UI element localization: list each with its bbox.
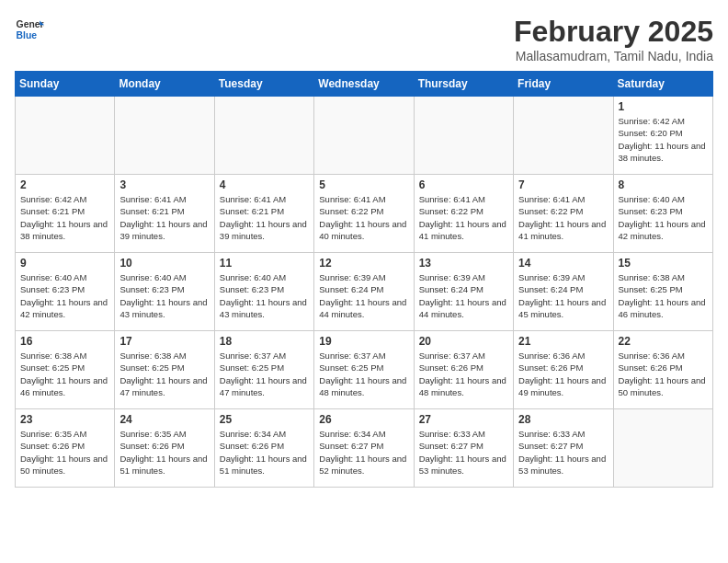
day-number: 3 [119,178,209,191]
calendar-cell: 8Sunrise: 6:40 AM Sunset: 6:23 PM Daylig… [613,175,712,253]
day-info: Sunrise: 6:35 AM Sunset: 6:26 PM Dayligh… [20,428,109,477]
day-info: Sunrise: 6:34 AM Sunset: 6:26 PM Dayligh… [220,428,309,477]
day-number: 17 [119,335,209,348]
calendar-cell: 18Sunrise: 6:37 AM Sunset: 6:25 PM Dayli… [214,331,313,409]
calendar-cell: 27Sunrise: 6:33 AM Sunset: 6:27 PM Dayli… [414,409,513,488]
calendar-cell: 3Sunrise: 6:41 AM Sunset: 6:21 PM Daylig… [115,175,214,253]
svg-text:Blue: Blue [17,30,38,40]
calendar-week-row: 2Sunrise: 6:42 AM Sunset: 6:21 PM Daylig… [16,175,713,253]
calendar-cell: 21Sunrise: 6:36 AM Sunset: 6:26 PM Dayli… [514,331,613,409]
day-info: Sunrise: 6:39 AM Sunset: 6:24 PM Dayligh… [419,271,508,320]
calendar-cell: 10Sunrise: 6:40 AM Sunset: 6:23 PM Dayli… [115,253,214,331]
calendar-cell: 12Sunrise: 6:39 AM Sunset: 6:24 PM Dayli… [314,253,414,331]
day-number: 26 [319,413,408,426]
day-number: 28 [518,413,608,426]
day-number: 1 [619,100,708,113]
day-number: 20 [419,335,508,348]
day-number: 8 [619,178,708,191]
calendar-cell: 5Sunrise: 6:41 AM Sunset: 6:22 PM Daylig… [314,175,414,253]
day-info: Sunrise: 6:42 AM Sunset: 6:20 PM Dayligh… [619,115,708,164]
day-info: Sunrise: 6:41 AM Sunset: 6:21 PM Dayligh… [119,193,209,242]
day-info: Sunrise: 6:38 AM Sunset: 6:25 PM Dayligh… [20,350,109,398]
calendar-cell [613,409,712,488]
calendar-cell: 28Sunrise: 6:33 AM Sunset: 6:27 PM Dayli… [514,409,613,488]
calendar-cell [314,97,414,175]
calendar-cell: 2Sunrise: 6:42 AM Sunset: 6:21 PM Daylig… [16,175,115,253]
calendar-cell: 22Sunrise: 6:36 AM Sunset: 6:26 PM Dayli… [613,331,712,409]
day-info: Sunrise: 6:40 AM Sunset: 6:23 PM Dayligh… [119,271,209,320]
calendar-cell: 1Sunrise: 6:42 AM Sunset: 6:20 PM Daylig… [613,97,712,175]
calendar-cell [414,97,513,175]
weekday-header: Sunday [16,72,115,97]
day-number: 7 [518,178,608,191]
weekday-header: Thursday [414,72,513,97]
day-number: 12 [319,257,408,270]
location-subtitle: Mallasamudram, Tamil Nadu, India [514,49,713,63]
day-info: Sunrise: 6:36 AM Sunset: 6:26 PM Dayligh… [518,350,608,398]
weekday-header: Tuesday [214,72,313,97]
day-number: 13 [419,257,508,270]
calendar-cell: 20Sunrise: 6:37 AM Sunset: 6:26 PM Dayli… [414,331,513,409]
day-info: Sunrise: 6:39 AM Sunset: 6:24 PM Dayligh… [518,271,608,320]
day-number: 25 [220,413,309,426]
day-number: 2 [20,178,109,191]
calendar-cell: 7Sunrise: 6:41 AM Sunset: 6:22 PM Daylig… [514,175,613,253]
logo-icon: General Blue [15,15,44,44]
calendar-cell: 4Sunrise: 6:41 AM Sunset: 6:21 PM Daylig… [214,175,313,253]
calendar-cell [514,97,613,175]
page-header: General Blue February 2025 Mallasamudram… [15,15,713,63]
day-info: Sunrise: 6:42 AM Sunset: 6:21 PM Dayligh… [20,193,109,242]
day-number: 11 [220,257,309,270]
day-number: 19 [319,335,408,348]
logo: General Blue [15,15,44,44]
day-info: Sunrise: 6:41 AM Sunset: 6:22 PM Dayligh… [419,193,508,242]
weekday-header: Friday [514,72,613,97]
weekday-header: Wednesday [314,72,414,97]
day-info: Sunrise: 6:34 AM Sunset: 6:27 PM Dayligh… [319,428,408,477]
title-block: February 2025 Mallasamudram, Tamil Nadu,… [514,15,713,63]
day-number: 9 [20,257,109,270]
calendar-cell [115,97,214,175]
day-info: Sunrise: 6:40 AM Sunset: 6:23 PM Dayligh… [220,271,309,320]
calendar-week-row: 23Sunrise: 6:35 AM Sunset: 6:26 PM Dayli… [16,409,713,488]
calendar-cell [16,97,115,175]
day-info: Sunrise: 6:33 AM Sunset: 6:27 PM Dayligh… [518,428,608,477]
day-number: 18 [220,335,309,348]
day-number: 24 [119,413,209,426]
calendar-cell: 24Sunrise: 6:35 AM Sunset: 6:26 PM Dayli… [115,409,214,488]
day-number: 22 [619,335,708,348]
day-info: Sunrise: 6:37 AM Sunset: 6:25 PM Dayligh… [319,350,408,398]
day-number: 27 [419,413,508,426]
weekday-header: Saturday [613,72,712,97]
day-info: Sunrise: 6:41 AM Sunset: 6:22 PM Dayligh… [319,193,408,242]
weekday-header: Monday [115,72,214,97]
day-info: Sunrise: 6:40 AM Sunset: 6:23 PM Dayligh… [619,193,708,242]
day-number: 5 [319,178,408,191]
calendar-cell: 26Sunrise: 6:34 AM Sunset: 6:27 PM Dayli… [314,409,414,488]
calendar-cell: 9Sunrise: 6:40 AM Sunset: 6:23 PM Daylig… [16,253,115,331]
calendar-cell: 23Sunrise: 6:35 AM Sunset: 6:26 PM Dayli… [16,409,115,488]
day-number: 14 [518,257,608,270]
day-info: Sunrise: 6:36 AM Sunset: 6:26 PM Dayligh… [619,350,708,398]
day-info: Sunrise: 6:37 AM Sunset: 6:25 PM Dayligh… [220,350,309,398]
day-info: Sunrise: 6:37 AM Sunset: 6:26 PM Dayligh… [419,350,508,398]
calendar-cell: 15Sunrise: 6:38 AM Sunset: 6:25 PM Dayli… [613,253,712,331]
day-info: Sunrise: 6:38 AM Sunset: 6:25 PM Dayligh… [619,271,708,320]
calendar-week-row: 16Sunrise: 6:38 AM Sunset: 6:25 PM Dayli… [16,331,713,409]
day-info: Sunrise: 6:39 AM Sunset: 6:24 PM Dayligh… [319,271,408,320]
calendar-week-row: 9Sunrise: 6:40 AM Sunset: 6:23 PM Daylig… [16,253,713,331]
calendar-table: SundayMondayTuesdayWednesdayThursdayFrid… [15,71,713,488]
calendar-cell: 14Sunrise: 6:39 AM Sunset: 6:24 PM Dayli… [514,253,613,331]
day-number: 10 [119,257,209,270]
day-number: 4 [220,178,309,191]
month-year-title: February 2025 [514,15,713,49]
day-info: Sunrise: 6:38 AM Sunset: 6:25 PM Dayligh… [119,350,209,398]
day-number: 23 [20,413,109,426]
day-info: Sunrise: 6:41 AM Sunset: 6:21 PM Dayligh… [220,193,309,242]
calendar-cell: 11Sunrise: 6:40 AM Sunset: 6:23 PM Dayli… [214,253,313,331]
day-number: 21 [518,335,608,348]
day-number: 16 [20,335,109,348]
calendar-cell: 16Sunrise: 6:38 AM Sunset: 6:25 PM Dayli… [16,331,115,409]
calendar-cell: 25Sunrise: 6:34 AM Sunset: 6:26 PM Dayli… [214,409,313,488]
calendar-week-row: 1Sunrise: 6:42 AM Sunset: 6:20 PM Daylig… [16,97,713,175]
